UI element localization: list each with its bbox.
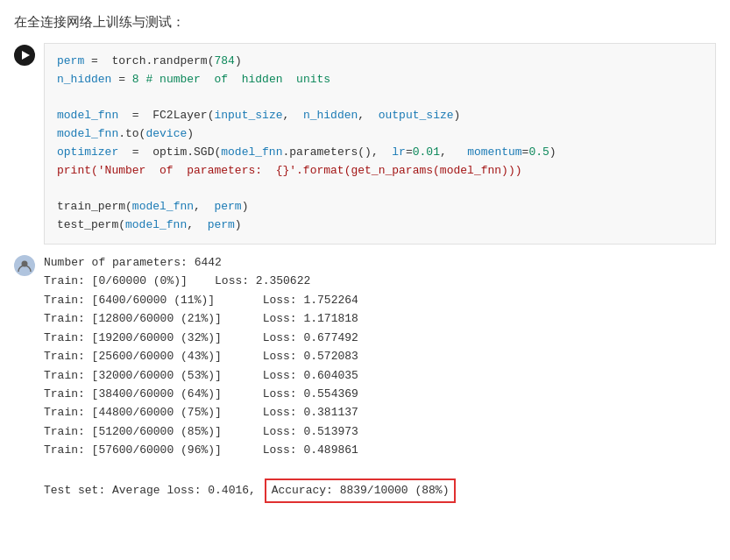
user-avatar	[14, 255, 35, 276]
code-cell: perm = torch.randperm(784) n_hidden = 8 …	[14, 43, 716, 245]
test-result-line: Test set: Average loss: 0.4016, Accuracy…	[44, 484, 456, 497]
test-prefix: Test set: Average loss: 0.4016,	[44, 484, 263, 497]
output-cell: Number of parameters: 6442 Train: [0/600…	[14, 253, 716, 503]
code-block: perm = torch.randperm(784) n_hidden = 8 …	[44, 43, 716, 245]
output-block: Number of parameters: 6442 Train: [0/600…	[44, 253, 716, 503]
accuracy-box: Accuracy: 8839/10000 (88%)	[265, 478, 457, 502]
run-button[interactable]	[14, 45, 35, 66]
page-title: 在全连接网络上训练与测试：	[14, 14, 716, 31]
